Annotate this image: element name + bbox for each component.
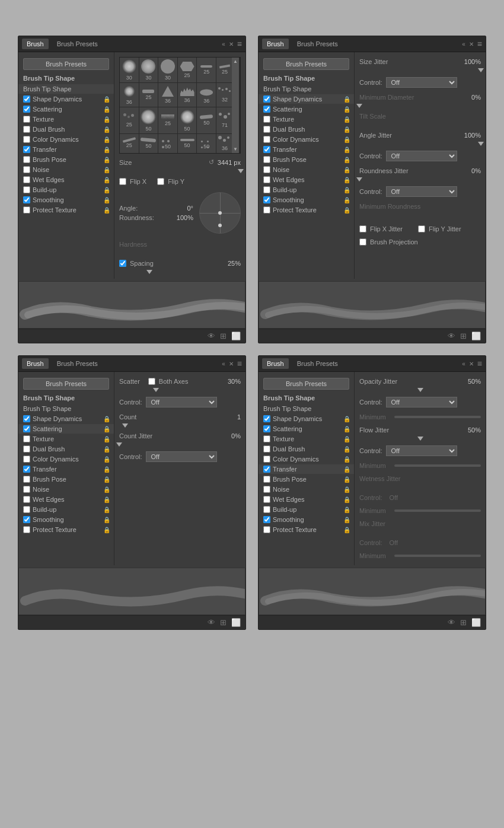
sidebar-item-pt-3[interactable]: Protect Texture 🔒 bbox=[18, 525, 114, 534]
tab-brush-3[interactable]: Brush bbox=[22, 358, 49, 369]
cb-color-1[interactable] bbox=[23, 136, 30, 143]
brush-presets-btn-1[interactable]: Brush Presets bbox=[23, 58, 109, 70]
expand-icon-1[interactable]: ⬜ bbox=[231, 332, 241, 340]
brush-cell-3-1[interactable]: 25 bbox=[120, 107, 139, 133]
sidebar-item-sm-4[interactable]: Smoothing 🔒 bbox=[259, 515, 354, 524]
brush-cell-2-6[interactable]: 32 bbox=[216, 83, 233, 107]
cb-noise-1[interactable] bbox=[23, 166, 30, 173]
brush-cell-2-1[interactable]: 36 bbox=[120, 83, 139, 107]
brush-presets-btn-4[interactable]: Brush Presets bbox=[263, 378, 349, 390]
brush-cell-1-4[interactable]: 25 bbox=[178, 58, 197, 82]
sidebar-item-we-3[interactable]: Wet Edges 🔒 bbox=[18, 495, 114, 504]
cb-bu-4[interactable] bbox=[263, 506, 270, 513]
brush-cell-4-4[interactable]: 50 bbox=[178, 134, 197, 153]
sidebar-item-we-2[interactable]: Wet Edges 🔒 bbox=[259, 175, 354, 184]
cb-sc-4[interactable] bbox=[263, 425, 270, 432]
brush-proj-cb-2[interactable] bbox=[359, 238, 366, 246]
collapse-icon-4[interactable]: « bbox=[462, 361, 465, 367]
cb-n-2[interactable] bbox=[263, 166, 270, 173]
cb-sm-3[interactable] bbox=[23, 516, 30, 523]
sidebar-item-bp-4[interactable]: Brush Pose 🔒 bbox=[259, 474, 354, 484]
sidebar-item-tx-4[interactable]: Texture 🔒 bbox=[259, 434, 354, 444]
sidebar-item-color-1[interactable]: Color Dynamics 🔒 bbox=[18, 135, 114, 144]
sidebar-item-scatter-1[interactable]: Scattering 🔒 bbox=[18, 104, 114, 114]
sidebar-item-bp-3[interactable]: Brush Pose 🔒 bbox=[18, 474, 114, 484]
brush-cell-1-5[interactable]: 25 bbox=[197, 58, 216, 82]
brush-cell-1-6[interactable]: 25 bbox=[216, 58, 233, 82]
brush-presets-btn-3[interactable]: Brush Presets bbox=[23, 378, 109, 390]
sidebar-item-brush-tip-1[interactable]: Brush Tip Shape bbox=[18, 84, 114, 94]
grid-icon-3[interactable]: ⊞ bbox=[220, 618, 227, 627]
brush-cell-2-4[interactable]: 36 bbox=[178, 83, 197, 107]
brush-cell-4-6[interactable]: 36 bbox=[216, 134, 233, 153]
sidebar-item-build-1[interactable]: Build-up 🔒 bbox=[18, 185, 114, 195]
tab-brush-4[interactable]: Brush bbox=[262, 358, 289, 369]
grid-icon-1[interactable]: ⊞ bbox=[220, 332, 227, 340]
brush-presets-btn-2[interactable]: Brush Presets bbox=[263, 58, 349, 70]
tab-brush-presets-1[interactable]: Brush Presets bbox=[52, 39, 103, 49]
sidebar-item-sd-3[interactable]: Shape Dynamics 🔒 bbox=[18, 414, 114, 423]
brush-cell-4-1[interactable]: 25 bbox=[120, 134, 139, 153]
cb-bp-2[interactable] bbox=[263, 156, 270, 163]
tab-brush-presets-3[interactable]: Brush Presets bbox=[52, 358, 103, 369]
sidebar-item-bu-2[interactable]: Build-up 🔒 bbox=[259, 185, 354, 195]
sidebar-item-bu-3[interactable]: Build-up 🔒 bbox=[18, 505, 114, 514]
flip-x-jitter-cb-2[interactable] bbox=[359, 225, 366, 233]
cb-pt-2[interactable] bbox=[263, 206, 270, 214]
scrollbar-1[interactable]: ▲ ▼ bbox=[232, 58, 239, 153]
sidebar-item-db-3[interactable]: Dual Brush 🔒 bbox=[18, 444, 114, 454]
cb-we-3[interactable] bbox=[23, 496, 30, 503]
tab-brush-1[interactable]: Brush bbox=[22, 39, 49, 49]
grid-icon-2[interactable]: ⊞ bbox=[460, 332, 467, 340]
expand-icon-2[interactable]: ⬜ bbox=[471, 332, 481, 340]
sidebar-item-sm-2[interactable]: Smoothing 🔒 bbox=[259, 195, 354, 205]
min-flow-track-4[interactable] bbox=[394, 464, 481, 467]
tab-brush-presets-2[interactable]: Brush Presets bbox=[292, 39, 343, 49]
sidebar-item-pt-2[interactable]: Protect Texture 🔒 bbox=[259, 205, 354, 215]
control-select-sj-2[interactable]: OffPen PressurePen Tilt bbox=[386, 77, 457, 88]
cb-tr-2[interactable] bbox=[263, 146, 270, 153]
flip-y-cb-1[interactable] bbox=[157, 178, 164, 185]
cb-cd-2[interactable] bbox=[263, 136, 270, 143]
control-select-oj-4[interactable]: OffPen Pressure bbox=[386, 397, 457, 407]
min-wet-track-4[interactable] bbox=[394, 509, 481, 512]
cb-bu-2[interactable] bbox=[263, 186, 270, 193]
sidebar-item-sd-2[interactable]: Shape Dynamics 🔒 bbox=[259, 94, 354, 104]
close-icon-3[interactable]: ✕ bbox=[229, 361, 234, 367]
sidebar-item-bp-2[interactable]: Brush Pose 🔒 bbox=[259, 155, 354, 164]
cb-protect-1[interactable] bbox=[23, 206, 30, 214]
cb-transfer-1[interactable] bbox=[23, 146, 30, 153]
tab-brush-presets-4[interactable]: Brush Presets bbox=[292, 358, 343, 369]
sidebar-item-tr-4[interactable]: Transfer 🔒 bbox=[259, 464, 354, 474]
sidebar-item-we-4[interactable]: Wet Edges 🔒 bbox=[259, 495, 354, 504]
cb-tx-4[interactable] bbox=[263, 435, 270, 442]
menu-icon-2[interactable]: ≡ bbox=[477, 39, 482, 49]
sidebar-item-pt-4[interactable]: Protect Texture 🔒 bbox=[259, 525, 354, 534]
cb-pt-3[interactable] bbox=[23, 526, 30, 533]
brush-cell-4-5[interactable]: 50 bbox=[197, 134, 216, 153]
cb-dual-1[interactable] bbox=[23, 126, 30, 133]
brush-cell-2-3[interactable]: 36 bbox=[158, 83, 177, 107]
expand-icon-4[interactable]: ⬜ bbox=[471, 618, 481, 627]
sidebar-item-bu-4[interactable]: Build-up 🔒 bbox=[259, 505, 354, 514]
eye-icon-3[interactable]: 👁 bbox=[208, 618, 215, 627]
cb-tx-3[interactable] bbox=[23, 435, 30, 442]
spacing-cb-1[interactable] bbox=[119, 260, 126, 267]
both-axes-cb-3[interactable] bbox=[148, 378, 155, 385]
cb-n-3[interactable] bbox=[23, 486, 30, 493]
sidebar-item-sd-4[interactable]: Shape Dynamics 🔒 bbox=[259, 414, 354, 423]
cb-bp-3[interactable] bbox=[23, 476, 30, 483]
cb-we-4[interactable] bbox=[263, 496, 270, 503]
cb-tr-3[interactable] bbox=[23, 466, 30, 473]
menu-icon-3[interactable]: ≡ bbox=[237, 359, 242, 368]
grid-icon-4[interactable]: ⊞ bbox=[460, 618, 467, 627]
cb-tr-4[interactable] bbox=[263, 466, 270, 473]
brush-cell-4-2[interactable]: 50 bbox=[139, 134, 158, 153]
brush-cell-1-3[interactable]: 30 bbox=[158, 58, 177, 82]
tab-brush-2[interactable]: Brush bbox=[262, 39, 289, 49]
sidebar-item-smooth-1[interactable]: Smoothing 🔒 bbox=[18, 195, 114, 205]
brush-cell-3-6[interactable]: 71 bbox=[216, 107, 233, 133]
sidebar-item-texture-1[interactable]: Texture 🔒 bbox=[18, 114, 114, 124]
cb-build-1[interactable] bbox=[23, 186, 30, 193]
sidebar-item-sm-3[interactable]: Smoothing 🔒 bbox=[18, 515, 114, 524]
